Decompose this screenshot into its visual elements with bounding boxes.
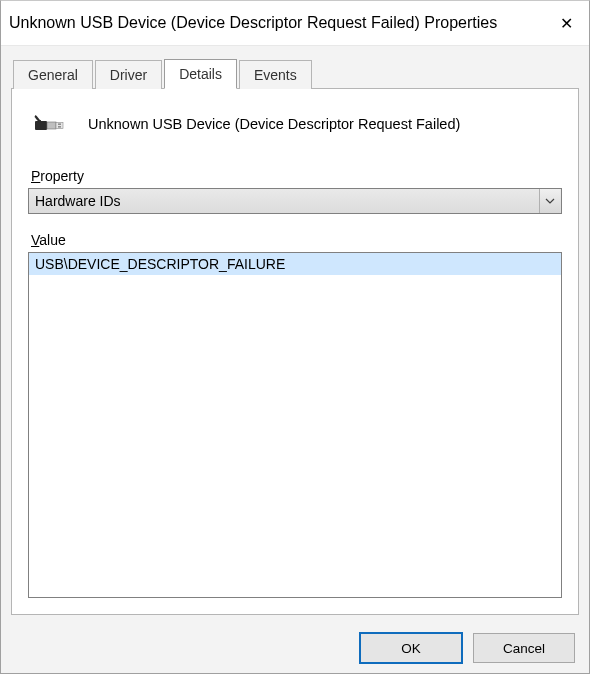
chevron-down-icon bbox=[545, 196, 555, 206]
tab-driver[interactable]: Driver bbox=[95, 60, 162, 89]
value-item[interactable]: USB\DEVICE_DESCRIPTOR_FAILURE bbox=[29, 253, 561, 275]
value-listbox[interactable]: USB\DEVICE_DESCRIPTOR_FAILURE bbox=[28, 252, 562, 598]
property-dropdown[interactable]: Hardware IDs bbox=[28, 188, 562, 214]
tab-general[interactable]: General bbox=[13, 60, 93, 89]
titlebar: Unknown USB Device (Device Descriptor Re… bbox=[1, 1, 589, 46]
properties-dialog: Unknown USB Device (Device Descriptor Re… bbox=[0, 0, 590, 674]
usb-plug-icon bbox=[32, 107, 72, 140]
close-icon: ✕ bbox=[560, 14, 573, 33]
tabstrip: General Driver Details Events bbox=[1, 46, 589, 88]
property-dropdown-value: Hardware IDs bbox=[35, 193, 539, 209]
property-label: Property bbox=[31, 168, 562, 184]
device-header: Unknown USB Device (Device Descriptor Re… bbox=[28, 107, 562, 140]
tab-events[interactable]: Events bbox=[239, 60, 312, 89]
cancel-button[interactable]: Cancel bbox=[473, 633, 575, 663]
ok-button[interactable]: OK bbox=[359, 632, 463, 664]
property-dropdown-button[interactable] bbox=[539, 189, 560, 213]
client-area: General Driver Details Events bbox=[1, 46, 589, 673]
button-bar: OK Cancel bbox=[1, 623, 589, 673]
tab-panel-details: Unknown USB Device (Device Descriptor Re… bbox=[11, 88, 579, 615]
svg-rect-1 bbox=[47, 122, 56, 129]
value-label: Value bbox=[31, 232, 562, 248]
tab-details[interactable]: Details bbox=[164, 59, 237, 89]
close-button[interactable]: ✕ bbox=[543, 1, 589, 45]
window-title: Unknown USB Device (Device Descriptor Re… bbox=[9, 14, 543, 32]
svg-rect-2 bbox=[56, 123, 63, 129]
device-name: Unknown USB Device (Device Descriptor Re… bbox=[88, 116, 460, 132]
svg-rect-4 bbox=[58, 126, 61, 127]
svg-rect-3 bbox=[58, 124, 61, 125]
